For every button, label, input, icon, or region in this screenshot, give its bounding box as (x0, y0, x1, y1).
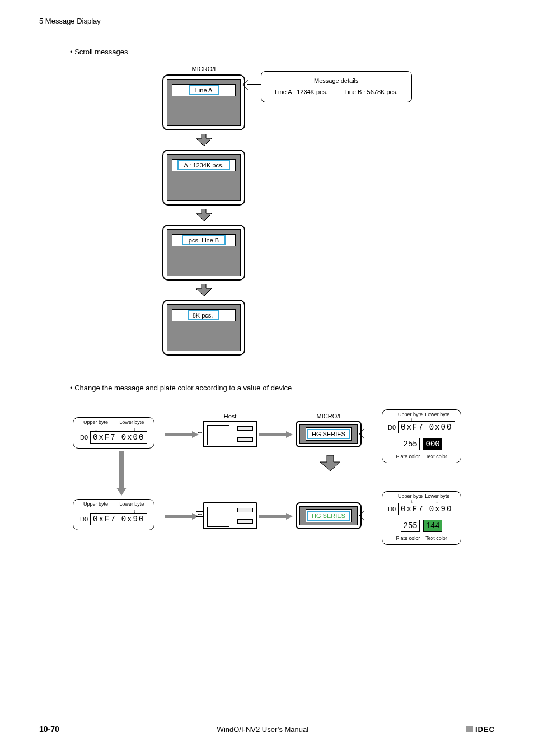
down-arrow-icon (196, 209, 212, 221)
down-arrow-small-icon: ↓ (435, 498, 438, 505)
hmi-field: HG SERIES (306, 427, 352, 441)
plate-color-label: Plate color (396, 454, 420, 459)
hmi-screen: 8K pcs. (167, 304, 241, 351)
hmi-field-text: pcs. Line B (182, 235, 226, 245)
host-device-2: ••• (203, 502, 257, 529)
bullet-change-color: • Change the message and plate color acc… (70, 384, 495, 392)
hmi-text: HG SERIES (307, 511, 350, 521)
d0-label: D0 (80, 516, 88, 522)
hmi-field-text: A : 1234K pcs. (177, 160, 231, 170)
byte-upper-value: 0xF7 (398, 421, 427, 433)
section-header: 5 Message Display (39, 17, 495, 25)
page-footer: 10-70 WindO/I-NV2 User’s Manual IDEC (39, 725, 495, 734)
callout-line-a: Line A : 1234K pcs. (275, 88, 327, 95)
lower-byte-label: Lower byte (119, 419, 144, 425)
arrow-right-icon (165, 513, 199, 521)
callout-title: Message details (314, 77, 359, 84)
byte-upper-value: 0xF7 (90, 431, 119, 444)
byte-box-display-2: Upper byte Lower byte ↓ ↓ D0 0xF7 0x90 2… (382, 491, 461, 545)
hmi-screen: Line A (167, 79, 241, 126)
message-details-callout: Message details Line A : 1234K pcs. Line… (261, 71, 412, 102)
upper-byte-label: Upper byte (83, 501, 108, 507)
plc-slot-icon (237, 508, 253, 512)
hmi-field: HG SERIES (306, 509, 352, 522)
plate-color-swatch: 255 (401, 438, 420, 450)
microi-label: MICRO/I (297, 413, 360, 419)
microi-label: MICRO/I (163, 66, 244, 72)
page-number: 10-70 (39, 725, 59, 734)
plate-color-label: Plate color (396, 535, 420, 541)
arrow-right-icon (259, 513, 293, 521)
svg-marker-1 (196, 209, 212, 221)
plc-slot-icon (237, 426, 253, 431)
text-color-swatch: 000 (423, 438, 442, 450)
host-device-1: Host ••• (203, 421, 257, 447)
byte-lower-value: 0x90 (427, 503, 456, 515)
hmi-screen: HG SERIES (299, 424, 358, 444)
host-label: Host (204, 413, 256, 419)
hmi-screen: A : 1234K pcs. (167, 154, 241, 201)
plc-slot-icon (237, 519, 253, 524)
byte-lower-value: 0x00 (119, 431, 148, 444)
plc-body-icon (207, 425, 229, 445)
hmi-panel-color-2: HG SERIES (296, 502, 362, 529)
plc-port-icon: ••• (196, 511, 204, 517)
text-color-label: Text color (425, 535, 447, 541)
hmi-panel-1: MICRO/I Line A (162, 74, 245, 130)
svg-marker-9 (116, 488, 127, 496)
hmi-panel-4: 8K pcs. (162, 300, 245, 356)
byte-box-display-1: Upper byte Lower byte ↓ ↓ D0 0xF7 0x00 2… (382, 409, 461, 463)
upper-byte-label: Upper byte (83, 419, 108, 425)
plc-body-icon (207, 507, 229, 527)
brand-text: IDEC (475, 725, 495, 734)
down-arrow-small-icon: ↓ (410, 417, 413, 423)
svg-marker-2 (196, 284, 212, 296)
hmi-panel-2: A : 1234K pcs. (162, 150, 245, 206)
hmi-field-text: 8K pcs. (188, 310, 220, 320)
text-color-label: Text color (425, 454, 447, 459)
plc-slot-icon (237, 437, 253, 442)
hmi-text: HG SERIES (307, 429, 350, 439)
svg-marker-0 (196, 134, 212, 146)
brand-logo: IDEC (466, 725, 495, 734)
down-arrow-icon (196, 134, 212, 146)
down-arrow-small-icon: ↓ (95, 426, 97, 432)
byte-upper-value: 0xF7 (90, 513, 119, 525)
hmi-field: 8K pcs. (172, 309, 236, 321)
d0-label: D0 (388, 506, 396, 512)
scroll-diagram: MICRO/I Line A Message details Line A : … (162, 64, 453, 378)
hmi-panel-color-1: MICRO/I HG SERIES (296, 421, 362, 447)
hmi-screen: pcs. Line B (167, 229, 241, 276)
down-arrow-small-icon: ↓ (133, 508, 136, 514)
lower-byte-label: Lower byte (119, 501, 144, 507)
hmi-field: pcs. Line B (172, 234, 236, 246)
down-arrow-small-icon: ↓ (435, 417, 438, 423)
d0-label: D0 (388, 424, 396, 431)
plc-port-icon: ••• (196, 430, 204, 435)
down-arrow-icon (116, 451, 127, 497)
arrow-right-icon (259, 431, 293, 440)
down-arrow-small-icon: ↓ (95, 508, 97, 514)
callout-line-b: Line B : 5678K pcs. (344, 88, 397, 95)
svg-marker-7 (320, 455, 340, 471)
callout-leader (247, 84, 261, 85)
down-arrow-icon (196, 284, 212, 296)
manual-title: WindO/I-NV2 User’s Manual (59, 725, 466, 734)
d0-label: D0 (80, 434, 88, 441)
text-color-swatch: 144 (423, 520, 442, 532)
hmi-panel-3: pcs. Line B (162, 225, 245, 281)
svg-rect-8 (119, 451, 124, 488)
down-arrow-icon (320, 455, 340, 471)
brand-square-icon (466, 726, 473, 732)
down-arrow-small-icon: ↓ (133, 426, 136, 432)
byte-box-host-2: Upper byte Lower byte ↓ ↓ D0 0xF7 0x90 (73, 499, 154, 530)
svg-marker-6 (286, 431, 293, 438)
arrow-right-icon (165, 431, 199, 440)
svg-marker-13 (286, 513, 293, 520)
down-arrow-small-icon: ↓ (410, 498, 413, 505)
hmi-screen: HG SERIES (299, 506, 358, 525)
byte-upper-value: 0xF7 (398, 503, 427, 515)
byte-lower-value: 0x90 (119, 513, 148, 525)
color-diagram: Upper byte Lower byte ↓ ↓ D0 0xF7 0x00 H… (73, 400, 476, 563)
plate-color-swatch: 255 (401, 520, 420, 532)
